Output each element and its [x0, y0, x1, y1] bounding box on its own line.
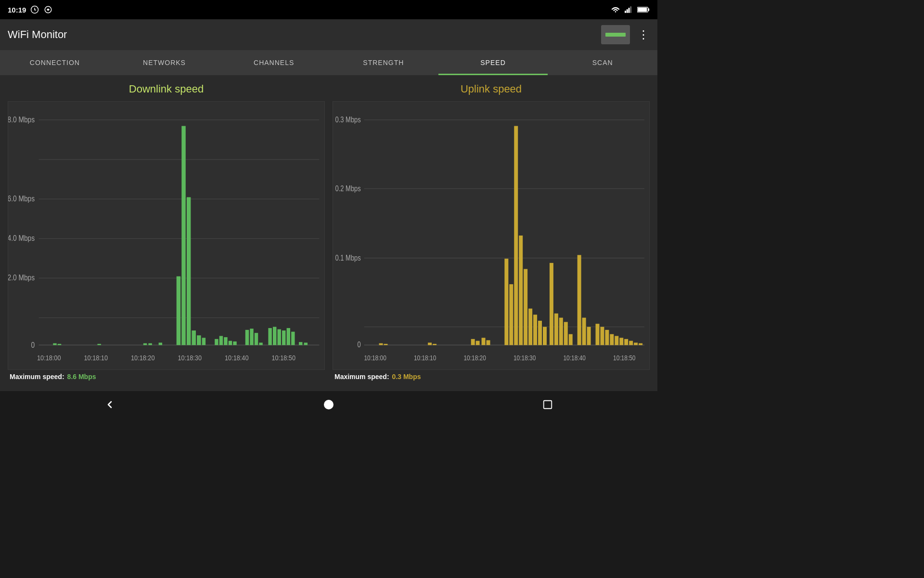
wifi-icon	[610, 6, 621, 13]
bottom-nav	[0, 391, 657, 418]
tab-connection[interactable]: CONNECTION	[0, 50, 110, 75]
svg-rect-96	[596, 324, 600, 345]
svg-text:10:18:40: 10:18:40	[563, 354, 586, 362]
svg-rect-105	[639, 343, 642, 345]
svg-rect-98	[605, 330, 609, 345]
tab-networks[interactable]: NETWORKS	[110, 50, 219, 75]
svg-rect-84	[528, 309, 532, 345]
status-app-icon2	[43, 5, 53, 14]
svg-rect-51	[282, 330, 285, 345]
tab-channels[interactable]: CHANNELS	[219, 50, 329, 75]
svg-rect-100	[615, 336, 618, 345]
svg-rect-53	[291, 332, 295, 345]
svg-text:0.2 Mbps: 0.2 Mbps	[335, 184, 361, 193]
back-button[interactable]	[98, 393, 121, 416]
svg-rect-39	[215, 339, 218, 345]
svg-rect-87	[543, 327, 547, 345]
uplink-max-value: 0.3 Mbps	[392, 373, 421, 381]
battery-icon	[637, 6, 650, 13]
svg-rect-95	[587, 327, 591, 345]
svg-rect-37	[197, 335, 201, 345]
status-app-icon1	[30, 5, 39, 14]
svg-rect-104	[634, 342, 638, 345]
app-bar-actions: ⋮	[601, 25, 650, 44]
svg-rect-75	[471, 339, 475, 345]
svg-rect-35	[187, 197, 191, 345]
svg-text:10:18:10: 10:18:10	[414, 354, 436, 362]
app-bar: WiFi Monitor ⋮	[0, 19, 657, 50]
svg-rect-78	[487, 340, 490, 345]
svg-rect-36	[192, 330, 195, 345]
status-right-icons	[610, 6, 650, 13]
recents-button[interactable]	[536, 393, 559, 416]
svg-text:0.3 Mbps: 0.3 Mbps	[335, 116, 361, 124]
svg-rect-38	[202, 338, 205, 345]
svg-text:10:18:30: 10:18:30	[513, 354, 536, 362]
svg-rect-54	[299, 342, 302, 345]
svg-text:4.0 Mbps: 4.0 Mbps	[8, 234, 35, 242]
svg-rect-31	[148, 343, 152, 345]
more-options-button[interactable]: ⋮	[638, 28, 650, 41]
svg-rect-97	[600, 327, 604, 345]
status-time: 10:19	[8, 6, 26, 14]
tab-scan[interactable]: SCAN	[548, 50, 657, 75]
svg-text:10:18:00: 10:18:00	[364, 354, 386, 362]
svg-text:0: 0	[358, 341, 361, 349]
svg-rect-72	[384, 344, 388, 345]
svg-rect-27	[53, 343, 56, 345]
svg-text:0: 0	[31, 340, 35, 349]
svg-rect-89	[554, 314, 558, 345]
downlink-chart: 8.0 Mbps 6.0 Mbps 4.0 Mbps 2.0 Mbps 0 10…	[8, 101, 325, 370]
svg-rect-44	[245, 330, 249, 345]
svg-rect-46	[255, 333, 258, 345]
svg-rect-32	[159, 342, 162, 345]
svg-rect-94	[582, 318, 586, 345]
svg-rect-5	[630, 6, 631, 13]
svg-rect-49	[273, 327, 276, 345]
svg-rect-80	[509, 284, 513, 345]
svg-rect-90	[559, 318, 563, 345]
svg-rect-86	[538, 321, 542, 345]
svg-rect-83	[524, 269, 527, 345]
svg-text:10:18:50: 10:18:50	[613, 354, 636, 362]
svg-text:10:18:10: 10:18:10	[84, 354, 108, 362]
svg-rect-73	[428, 342, 432, 345]
screen-record-indicator	[605, 33, 626, 37]
svg-rect-77	[482, 338, 486, 345]
screen-record-button[interactable]	[601, 25, 630, 44]
svg-rect-103	[629, 341, 633, 345]
svg-rect-107	[544, 401, 552, 409]
tab-speed[interactable]: SPEED	[438, 50, 548, 75]
downlink-footer: Maximum speed: 8.6 Mbps	[8, 370, 325, 383]
svg-rect-102	[624, 339, 628, 345]
downlink-panel: Downlink speed 8.0 Mbps 6.0 Mbps 4.0 Mbp…	[8, 83, 325, 383]
uplink-max-label: Maximum speed:	[334, 373, 389, 381]
svg-rect-3	[627, 9, 628, 13]
svg-rect-92	[569, 334, 573, 345]
svg-rect-28	[58, 344, 61, 345]
svg-rect-91	[564, 322, 568, 345]
svg-rect-40	[219, 336, 223, 345]
downlink-max-label: Maximum speed:	[10, 373, 64, 381]
svg-rect-48	[268, 328, 271, 345]
tab-bar: CONNECTION NETWORKS CHANNELS STRENGTH SP…	[0, 50, 657, 75]
tab-strength[interactable]: STRENGTH	[329, 50, 438, 75]
uplink-panel: Uplink speed 0.3 Mbps 0.2 Mbps 0.1 Mbps …	[333, 83, 650, 383]
svg-text:8.0 Mbps: 8.0 Mbps	[8, 115, 35, 124]
svg-text:10:18:40: 10:18:40	[225, 354, 249, 362]
home-button[interactable]	[317, 393, 340, 416]
svg-text:6.0 Mbps: 6.0 Mbps	[8, 194, 35, 203]
uplink-footer: Maximum speed: 0.3 Mbps	[333, 370, 650, 383]
svg-rect-47	[259, 342, 262, 345]
downlink-svg: 8.0 Mbps 6.0 Mbps 4.0 Mbps 2.0 Mbps 0 10…	[8, 102, 324, 369]
svg-rect-99	[610, 334, 614, 345]
uplink-chart: 0.3 Mbps 0.2 Mbps 0.1 Mbps 0 10:18:00 10…	[333, 101, 650, 370]
svg-text:0.1 Mbps: 0.1 Mbps	[335, 253, 361, 262]
svg-text:10:18:50: 10:18:50	[271, 354, 295, 362]
svg-rect-88	[550, 263, 553, 345]
svg-rect-30	[143, 343, 147, 345]
downlink-title: Downlink speed	[8, 83, 325, 95]
svg-rect-34	[181, 126, 185, 345]
downlink-max-value: 8.6 Mbps	[67, 373, 96, 381]
svg-rect-2	[625, 11, 626, 13]
